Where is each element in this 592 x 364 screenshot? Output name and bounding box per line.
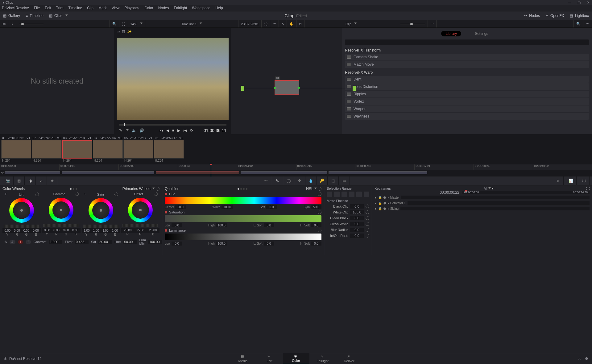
playhead[interactable] <box>211 164 211 177</box>
fx-options-icon[interactable]: ⋯ <box>583 20 592 27</box>
reset-icon[interactable] <box>155 186 160 192</box>
color-wheels-icon[interactable]: ◎ <box>25 176 36 185</box>
clip-thumb-02[interactable]: 0223:32:43:21V1 H.264 <box>32 136 62 163</box>
lock-icon[interactable]: 🔒 <box>378 207 382 210</box>
menu-file[interactable]: File <box>34 6 40 10</box>
lock-icon[interactable]: 🔒 <box>378 196 382 199</box>
color-wheel[interactable] <box>89 198 113 223</box>
eraser-icon[interactable] <box>349 192 354 197</box>
reset-icon[interactable] <box>365 221 370 227</box>
window-icon[interactable]: ◯ <box>283 176 294 185</box>
keyframe-filter[interactable]: All <box>484 187 487 190</box>
color-wheel[interactable] <box>49 198 73 222</box>
fx-item-match-move[interactable]: Match Move <box>345 61 589 68</box>
matte-blur-radius[interactable]: 0.0 <box>350 228 364 232</box>
home-icon[interactable]: ⌂ <box>578 357 581 361</box>
jog-wheel[interactable] <box>4 225 39 228</box>
close-icon[interactable]: ✕ <box>587 1 590 5</box>
key-icon[interactable]: 🔑 <box>317 176 328 185</box>
kf-track-sizing[interactable]: ● 🔒 ▸ Sizing <box>375 206 590 211</box>
reset-icon[interactable] <box>365 233 370 238</box>
matte-in-out-ratio[interactable]: 0.0 <box>350 234 364 238</box>
menu-davinci-resolve[interactable]: DaVinci Resolve <box>2 6 29 10</box>
reset-icon[interactable] <box>365 227 370 233</box>
hue-input[interactable] <box>123 240 137 244</box>
reset-icon[interactable] <box>365 210 370 215</box>
reset-icon[interactable] <box>74 192 79 197</box>
viewer-options-icon[interactable]: ⋯ <box>270 20 279 27</box>
keyframe-icon[interactable] <box>383 196 387 199</box>
menu-edit[interactable]: Edit <box>45 6 51 10</box>
fx-item-camera-shake[interactable]: Camera Shake <box>345 54 589 60</box>
picker-add-icon[interactable] <box>327 192 332 197</box>
enable-toggle[interactable] <box>165 193 167 195</box>
page-edit[interactable]: ✂Edit <box>256 353 283 364</box>
menu-fairlight[interactable]: Fairlight <box>174 6 187 10</box>
fit-icon[interactable]: ⛶ <box>119 20 128 27</box>
timeline-button[interactable]: ≡Timeline <box>26 14 43 18</box>
viewer-mode1-icon[interactable]: ▭ <box>117 29 120 34</box>
saturation-range[interactable] <box>165 215 321 222</box>
menu-color[interactable]: Color <box>144 6 153 10</box>
fx-item-dent[interactable]: Dent <box>345 76 589 83</box>
sat-input[interactable] <box>98 240 112 244</box>
pill-1[interactable]: 1 <box>18 240 23 244</box>
matte-black-clip[interactable]: 0.0 <box>350 204 364 209</box>
enable-toggle[interactable] <box>165 211 167 213</box>
reset-icon[interactable] <box>365 216 370 221</box>
picker-icon[interactable]: ✎ <box>119 128 122 133</box>
matte-clean-black[interactable]: 0.0 <box>350 216 364 220</box>
info-icon[interactable]: ⓘ <box>578 176 590 185</box>
luminance-range[interactable] <box>165 234 321 240</box>
pill-a[interactable]: A <box>10 240 15 244</box>
menu-trim[interactable]: Trim <box>56 6 64 10</box>
nodes-panel[interactable]: 01 <box>231 28 342 134</box>
gallery-zoom-slider[interactable] <box>19 24 43 24</box>
page-fairlight[interactable]: ♫Fairlight <box>309 353 336 364</box>
timeline-timecode[interactable]: 23:32:23:01 <box>238 20 262 27</box>
camera-raw-icon[interactable]: 📷 <box>2 176 14 185</box>
hand-tool-icon[interactable]: ✋ <box>287 20 296 27</box>
cross-icon[interactable]: ✛ <box>84 192 86 196</box>
settings-tab[interactable]: Settings <box>470 31 492 36</box>
reset-icon[interactable] <box>35 192 40 197</box>
jog-wheel[interactable] <box>122 224 158 227</box>
menu-help[interactable]: Help <box>215 6 223 10</box>
timeline-name[interactable]: Timeline 1 <box>181 22 197 26</box>
page-deliver[interactable]: ↗Deliver <box>336 353 362 364</box>
next-clip-icon[interactable]: ⏭ <box>183 128 187 133</box>
cross-icon[interactable]: ✛ <box>4 192 7 196</box>
waveform-icon[interactable]: 📊 <box>565 176 577 185</box>
menu-timeline[interactable]: Timeline <box>68 6 82 10</box>
reset-icon[interactable] <box>317 210 322 215</box>
fx-search-icon[interactable]: 🔍 <box>574 20 583 27</box>
menu-view[interactable]: View <box>112 6 120 10</box>
qualifier-icon[interactable]: ✎ <box>272 176 283 185</box>
fx-item-lens-distortion[interactable]: Lens Distortion <box>345 83 589 90</box>
viewer-mode2-icon[interactable]: ▥ <box>122 29 125 34</box>
sizing-icon[interactable]: ⬚ <box>328 176 339 185</box>
kf-track-corrector-1[interactable]: ● 🔒 ▸ Corrector 1 <box>375 200 590 206</box>
menu-nodes[interactable]: Nodes <box>158 6 169 10</box>
color-wheel[interactable] <box>128 198 153 222</box>
mute-icon[interactable]: 🔈 <box>132 128 136 133</box>
expand-icon[interactable]: ⛶ <box>262 20 270 27</box>
lummix-input[interactable] <box>148 240 162 244</box>
jog-wheel[interactable] <box>83 225 119 228</box>
curves-icon[interactable]: 〰 <box>261 176 272 185</box>
step-back-icon[interactable]: ◀ <box>166 128 169 133</box>
reset-icon[interactable] <box>114 192 119 197</box>
reset-icon[interactable] <box>365 204 370 209</box>
reset-icon[interactable] <box>317 186 322 192</box>
eraser-soft-icon[interactable] <box>356 192 362 197</box>
minimize-icon[interactable]: — <box>568 1 571 5</box>
volume-icon[interactable]: 🔊 <box>139 128 144 133</box>
stop-icon[interactable]: ■ <box>172 128 174 133</box>
matte-white-clip[interactable]: 100.0 <box>350 210 364 214</box>
page-color[interactable]: ◉Color <box>283 353 309 364</box>
openfx-button[interactable]: ✲OpenFX <box>545 14 564 18</box>
hue-range[interactable] <box>165 197 321 204</box>
arrow-tool-icon[interactable]: ↖ <box>279 20 287 27</box>
fx-item-waviness[interactable]: Waviness <box>345 113 589 120</box>
viewer-timecode[interactable]: 01:00:36:11 <box>204 128 226 133</box>
